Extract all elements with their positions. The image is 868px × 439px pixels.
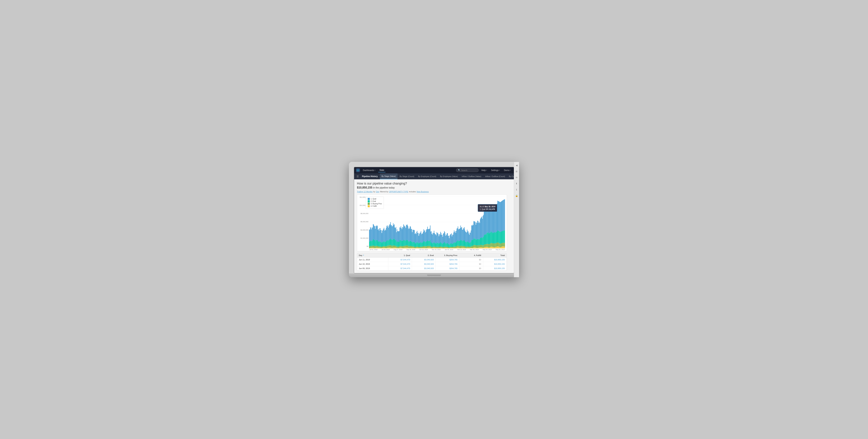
svg-rect-988: [502, 243, 502, 247]
svg-rect-856: [484, 245, 484, 247]
svg-rect-789: [475, 239, 475, 245]
svg-rect-419: [425, 248, 425, 248]
svg-rect-202: [395, 227, 395, 240]
nav-demo[interactable]: Demo ▾: [503, 168, 512, 172]
svg-rect-758: [470, 233, 471, 243]
svg-rect-536: [440, 246, 441, 248]
nav-help[interactable]: Help ▾: [480, 168, 488, 172]
svg-rect-848: [483, 245, 483, 248]
svg-rect-260: [403, 246, 403, 248]
x-label-1: Jul 29, 2018: [381, 249, 390, 250]
svg-rect-869: [485, 234, 486, 244]
nav-settings[interactable]: Settings ▾: [490, 168, 501, 172]
tab-inflow-outflow-value[interactable]: Inflow / Outflow (Value): [460, 174, 483, 179]
svg-rect-397: [421, 243, 422, 247]
svg-rect-33: [372, 240, 372, 246]
col-header-day: Day ▼: [357, 253, 389, 257]
svg-rect-509: [436, 242, 437, 247]
svg-rect-867: [485, 247, 486, 248]
tab-by-employee-count[interactable]: By Employee (Count): [416, 174, 438, 179]
svg-rect-969: [499, 231, 500, 243]
svg-rect-103: [381, 248, 382, 248]
svg-rect-331: [413, 248, 413, 248]
filter-granularity[interactable]: Day: [376, 191, 379, 193]
nav-slate[interactable]: Slate: [378, 168, 385, 173]
hamburger-icon[interactable]: ☰: [355, 174, 360, 179]
svg-rect-643: [455, 248, 456, 248]
svg-rect-319: [411, 248, 411, 248]
tab-by-custom-cohort[interactable]: By Custom Cohort: [507, 174, 514, 179]
svg-rect-122: [384, 228, 384, 241]
svg-rect-810: [477, 221, 478, 239]
svg-rect-461: [430, 240, 431, 246]
svg-rect-831: [480, 247, 481, 248]
svg-rect-685: [460, 240, 461, 246]
svg-rect-647: [456, 248, 456, 248]
tab-by-employee-value[interactable]: By Employee (Value): [438, 174, 460, 179]
svg-rect-653: [456, 242, 457, 246]
svg-rect-975: [500, 247, 501, 248]
tab-by-stage-value[interactable]: By Stage (Value): [380, 174, 398, 179]
svg-rect-267: [404, 248, 404, 248]
svg-rect-21: [370, 241, 371, 246]
nav-dashboards[interactable]: Dashboards ▾: [362, 168, 377, 172]
svg-rect-857: [484, 236, 484, 245]
svg-rect-289: [407, 240, 407, 245]
svg-rect-524: [439, 247, 439, 248]
svg-rect-166: [390, 224, 390, 239]
svg-rect-322: [411, 229, 411, 242]
svg-rect-808: [477, 245, 478, 248]
svg-rect-20: [370, 246, 371, 248]
svg-rect-933: [494, 232, 495, 243]
svg-rect-900: [490, 244, 490, 247]
tab-inflow-outflow-count[interactable]: Inflow / Outflow (Count): [483, 174, 507, 179]
svg-rect-864: [485, 244, 485, 247]
svg-rect-765: [471, 240, 472, 246]
col-header-total: Total: [483, 253, 507, 257]
svg-rect-454: [429, 229, 430, 241]
svg-rect-134: [385, 230, 386, 242]
svg-rect-256: [402, 246, 403, 248]
svg-rect-381: [419, 243, 420, 247]
svg-rect-699: [463, 248, 463, 248]
svg-rect-426: [425, 232, 426, 242]
svg-rect-770: [472, 226, 472, 240]
tab-by-stage-count[interactable]: By Stage (Count): [398, 174, 416, 179]
svg-rect-826: [479, 223, 480, 239]
svg-rect-283: [406, 247, 407, 248]
svg-rect-832: [480, 245, 481, 247]
svg-rect-669: [458, 241, 459, 246]
svg-rect-756: [470, 247, 471, 248]
svg-rect-128: [385, 246, 385, 248]
svg-rect-935: [495, 247, 495, 248]
filter-field[interactable]: OPPORTUNITY TYPE: [389, 191, 408, 193]
svg-rect-614: [451, 234, 451, 243]
filter-value[interactable]: New Business: [416, 191, 429, 193]
svg-rect-717: [465, 241, 465, 246]
svg-rect-241: [400, 241, 401, 246]
svg-rect-71: [377, 248, 378, 248]
svg-rect-46: [373, 224, 374, 239]
svg-rect-948: [496, 243, 497, 247]
svg-rect-66: [376, 226, 377, 240]
search-box[interactable]: 🔍 Search: [456, 168, 478, 172]
svg-rect-1008: [504, 243, 505, 247]
svg-rect-64: [376, 246, 377, 248]
svg-rect-577: [446, 243, 446, 247]
svg-rect-734: [467, 230, 467, 241]
table-row: Jun 09, 2019 $7,544,470 $3,040,920 $264,…: [357, 266, 507, 271]
svg-rect-816: [478, 245, 479, 248]
svg-rect-268: [404, 246, 404, 248]
svg-rect-111: [383, 248, 383, 248]
svg-rect-654: [456, 231, 457, 242]
table-row: Jun 11, 2019 $7,544,470 $3,040,920 $264,…: [357, 258, 507, 262]
svg-rect-94: [380, 228, 380, 241]
sort-arrow-day[interactable]: ▼: [363, 254, 364, 256]
svg-rect-584: [447, 247, 447, 248]
svg-rect-1006: [504, 199, 504, 230]
filter-period[interactable]: Trailing 12 Months: [357, 191, 373, 193]
svg-rect-433: [426, 241, 427, 246]
svg-rect-846: [482, 219, 483, 238]
svg-rect-883: [488, 247, 488, 248]
svg-rect-62: [376, 226, 376, 240]
